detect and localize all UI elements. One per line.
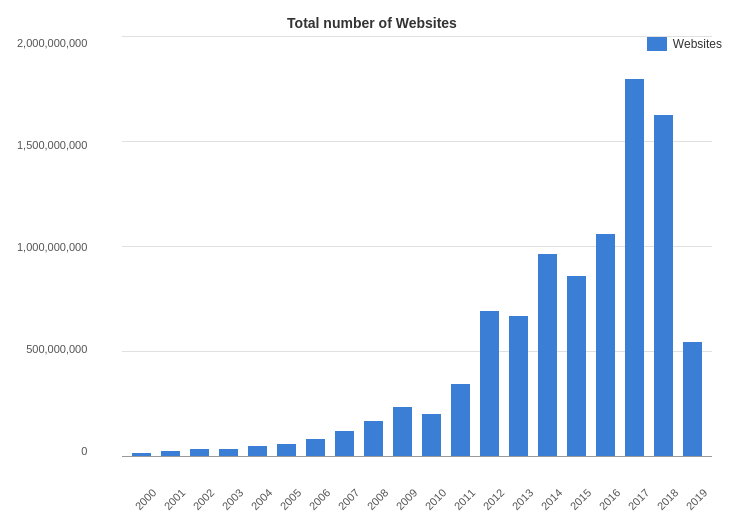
y-axis-label: 1,500,000,000 [17, 139, 87, 151]
y-axis-label: 0 [17, 445, 87, 457]
bar-group [243, 37, 272, 457]
chart-area: 0500,000,0001,000,000,0001,500,000,0002,… [122, 37, 712, 457]
x-axis-label: 2005 [278, 486, 304, 512]
bar-group [562, 37, 591, 457]
bar-group [446, 37, 475, 457]
bar-group [417, 37, 446, 457]
bar-group [649, 37, 678, 457]
x-axis-label: 2001 [162, 486, 188, 512]
x-label-group: 2005 [272, 490, 301, 507]
bar-group [591, 37, 620, 457]
bar-group [678, 37, 707, 457]
bar [509, 316, 529, 457]
x-label-group: 2008 [359, 490, 388, 507]
x-axis-label: 2004 [249, 486, 275, 512]
x-axis-label: 2006 [307, 486, 333, 512]
x-axis-label: 2016 [597, 486, 623, 512]
bar-group [330, 37, 359, 457]
bar-group [533, 37, 562, 457]
bar [451, 384, 471, 457]
y-axis-label: 1,000,000,000 [17, 241, 87, 253]
bar [538, 254, 558, 457]
x-axis-line [122, 456, 712, 457]
x-axis-label: 2017 [626, 486, 652, 512]
x-label-group: 2014 [533, 490, 562, 507]
x-axis: 2000200120022003200420052006200720082009… [122, 490, 712, 507]
bar-group [359, 37, 388, 457]
x-axis-label: 2003 [220, 486, 246, 512]
x-axis-label: 2018 [655, 486, 681, 512]
x-axis-label: 2009 [394, 486, 420, 512]
y-axis-label: 2,000,000,000 [17, 37, 87, 49]
bar-group [388, 37, 417, 457]
bar-group [272, 37, 301, 457]
x-label-group: 2017 [620, 490, 649, 507]
bar-group [185, 37, 214, 457]
bar [306, 439, 326, 457]
bar-group [504, 37, 533, 457]
x-axis-label: 2019 [684, 486, 710, 512]
x-label-group: 2003 [214, 490, 243, 507]
x-label-group: 2007 [330, 490, 359, 507]
x-axis-label: 2014 [539, 486, 565, 512]
x-label-group: 2013 [504, 490, 533, 507]
x-label-group: 2002 [185, 490, 214, 507]
bar [480, 311, 500, 457]
x-label-group: 2012 [475, 490, 504, 507]
x-label-group: 2000 [127, 490, 156, 507]
y-axis: 0500,000,0001,000,000,0001,500,000,0002,… [17, 37, 87, 457]
bar [683, 342, 703, 458]
bar [335, 431, 355, 457]
x-axis-label: 2010 [423, 486, 449, 512]
chart-title: Total number of Websites [12, 15, 732, 31]
x-label-group: 2018 [649, 490, 678, 507]
bar-group [620, 37, 649, 457]
bar-group [214, 37, 243, 457]
bar [567, 276, 587, 457]
x-label-group: 2016 [591, 490, 620, 507]
bar-group [301, 37, 330, 457]
x-label-group: 2006 [301, 490, 330, 507]
x-axis-label: 2015 [568, 486, 594, 512]
x-axis-label: 2012 [481, 486, 507, 512]
x-label-group: 2010 [417, 490, 446, 507]
x-axis-label: 2013 [510, 486, 536, 512]
y-axis-label: 500,000,000 [17, 343, 87, 355]
x-axis-label: 2000 [133, 486, 159, 512]
chart-container: Total number of Websites Websites 0500,0… [12, 7, 732, 517]
x-label-group: 2009 [388, 490, 417, 507]
bar [422, 414, 442, 457]
x-label-group: 2011 [446, 490, 475, 507]
bar [393, 407, 413, 457]
bar-group [156, 37, 185, 457]
x-label-group: 2019 [678, 490, 707, 507]
x-label-group: 2004 [243, 490, 272, 507]
x-axis-label: 2007 [336, 486, 362, 512]
bar [364, 421, 384, 457]
bar [625, 79, 645, 457]
bars-area [122, 37, 712, 457]
bar [277, 444, 297, 457]
x-label-group: 2001 [156, 490, 185, 507]
bar-group [127, 37, 156, 457]
bar [596, 234, 616, 457]
x-axis-label: 2011 [452, 486, 478, 512]
x-axis-label: 2008 [365, 486, 391, 512]
bar-group [475, 37, 504, 457]
bar [654, 115, 674, 457]
x-label-group: 2015 [562, 490, 591, 507]
x-axis-label: 2002 [191, 486, 217, 512]
